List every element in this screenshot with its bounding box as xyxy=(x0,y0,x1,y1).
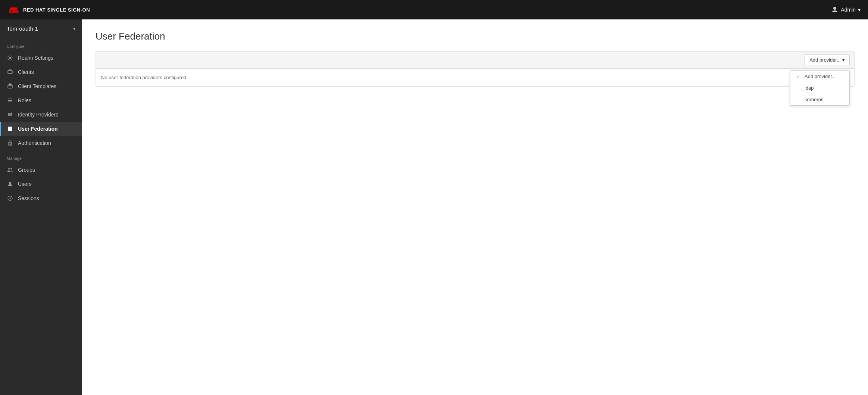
sidebar-item-authentication-label: Authentication xyxy=(18,140,51,146)
configure-section-label: Configure xyxy=(0,38,82,51)
sidebar-item-user-federation-label: User Federation xyxy=(18,126,58,132)
sidebar-item-sessions-label: Sessions xyxy=(18,195,39,201)
sidebar-item-client-templates[interactable]: Client Templates xyxy=(0,79,82,93)
sidebar: Tom-oauth-1 ▾ Configure Realm Settings C… xyxy=(0,19,82,395)
dropdown-menu: ✓ Add provider... ldap kerberos xyxy=(790,70,850,106)
add-provider-button[interactable]: Add provider... ▾ xyxy=(805,55,850,65)
brand: RED HAT SINGLE SIGN-ON xyxy=(7,6,90,14)
users-icon xyxy=(7,181,13,187)
svg-point-16 xyxy=(10,168,12,169)
svg-point-14 xyxy=(10,144,10,144)
sidebar-item-identity-providers[interactable]: Identity Providers xyxy=(0,108,82,122)
dropdown-item-kerberos-label: kerberos xyxy=(805,97,824,102)
svg-point-0 xyxy=(9,57,11,59)
sidebar-item-authentication[interactable]: Authentication xyxy=(0,136,82,150)
sidebar-item-identity-providers-label: Identity Providers xyxy=(18,112,58,118)
sidebar-item-clients-label: Clients xyxy=(18,69,34,75)
clients-icon xyxy=(7,69,13,75)
user-federation-icon xyxy=(7,125,13,132)
user-label: Admin xyxy=(841,7,856,13)
user-icon xyxy=(831,6,839,13)
dropdown-item-kerberos[interactable]: kerberos xyxy=(790,94,849,105)
sidebar-item-realm-settings[interactable]: Realm Settings xyxy=(0,51,82,65)
sidebar-item-roles-label: Roles xyxy=(18,97,31,103)
sidebar-item-groups-label: Groups xyxy=(18,167,35,173)
dropdown-chevron-icon: ▾ xyxy=(842,57,845,63)
manage-section-label: Manage xyxy=(0,150,82,163)
brand-text: RED HAT SINGLE SIGN-ON xyxy=(23,7,90,13)
svg-rect-6 xyxy=(8,99,12,99)
user-chevron-icon: ▾ xyxy=(858,7,861,13)
dropdown-item-add-provider-label: Add provider... xyxy=(805,74,836,79)
page-title: User Federation xyxy=(96,31,855,42)
sidebar-item-users-label: Users xyxy=(18,181,32,187)
svg-point-17 xyxy=(9,182,11,184)
realm-settings-icon xyxy=(7,55,13,61)
svg-point-15 xyxy=(8,168,10,169)
federation-toolbar: Add provider... ▾ ✓ Add provider... ldap xyxy=(96,52,854,69)
groups-icon xyxy=(7,167,13,173)
main-content: User Federation Add provider... ▾ ✓ Add … xyxy=(82,19,868,395)
federation-panel: Add provider... ▾ ✓ Add provider... ldap xyxy=(96,51,855,87)
dropdown-item-add-provider[interactable]: ✓ Add provider... xyxy=(790,71,849,82)
add-provider-label: Add provider... xyxy=(809,57,841,63)
sidebar-item-users[interactable]: Users xyxy=(0,177,82,191)
svg-rect-7 xyxy=(8,100,12,101)
dropdown-item-ldap-label: ldap xyxy=(805,85,814,91)
empty-message: No user federation providers configured xyxy=(96,69,854,86)
sidebar-item-client-templates-label: Client Templates xyxy=(18,83,56,89)
identity-providers-icon xyxy=(7,111,13,118)
client-templates-icon xyxy=(7,83,13,90)
dropdown-item-ldap[interactable]: ldap xyxy=(790,82,849,94)
sidebar-item-sessions[interactable]: Sessions xyxy=(0,191,82,205)
add-provider-container: Add provider... ▾ ✓ Add provider... ldap xyxy=(805,55,850,65)
check-icon: ✓ xyxy=(796,74,802,79)
authentication-icon xyxy=(7,140,13,146)
sidebar-item-realm-settings-label: Realm Settings xyxy=(18,55,53,61)
sessions-icon xyxy=(7,195,13,202)
redhat-logo-icon xyxy=(7,6,19,14)
sidebar-item-clients[interactable]: Clients xyxy=(0,65,82,79)
roles-icon xyxy=(7,97,13,104)
top-header: RED HAT SINGLE SIGN-ON Admin ▾ xyxy=(0,0,868,19)
svg-rect-8 xyxy=(8,102,12,102)
sidebar-item-user-federation[interactable]: User Federation xyxy=(0,122,82,136)
realm-name: Tom-oauth-1 xyxy=(7,25,38,32)
user-menu[interactable]: Admin ▾ xyxy=(831,6,861,13)
realm-selector[interactable]: Tom-oauth-1 ▾ xyxy=(0,19,82,38)
sidebar-item-groups[interactable]: Groups xyxy=(0,163,82,177)
sidebar-item-roles[interactable]: Roles xyxy=(0,93,82,108)
brand-logo xyxy=(7,6,19,14)
app-body: Tom-oauth-1 ▾ Configure Realm Settings C… xyxy=(0,19,868,395)
realm-chevron-icon: ▾ xyxy=(73,26,75,31)
